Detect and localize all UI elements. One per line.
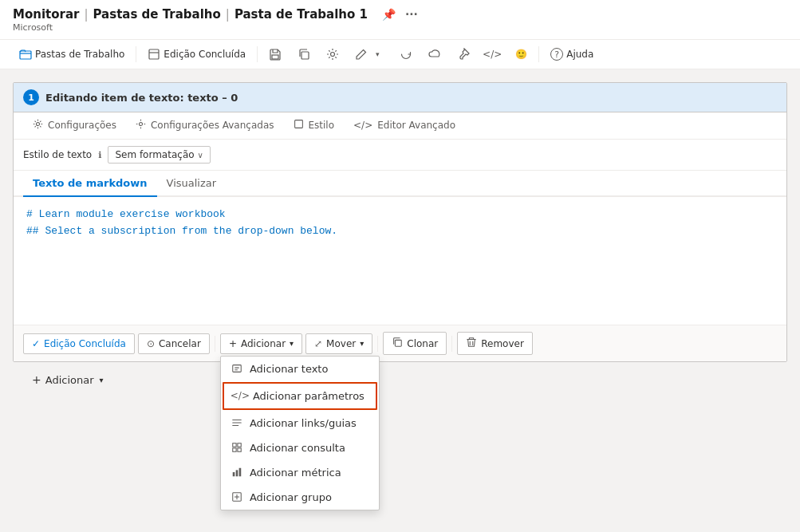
pin-icon[interactable]: 📌 — [379, 6, 399, 22]
svg-rect-12 — [238, 448, 241, 451]
cancel-icon: ⊙ — [147, 338, 155, 349]
dropdown-add-links-label: Adicionar links/guias — [250, 417, 357, 429]
move-label: Mover — [326, 338, 356, 349]
dropdown-add-metric[interactable]: Adicionar métrica — [221, 460, 379, 485]
title-bar: Monitorar | Pastas de Trabalho | Pasta d… — [0, 0, 800, 40]
toolbar-sep-3 — [538, 46, 539, 62]
tab-editor-label: Editor Avançado — [377, 120, 455, 131]
svg-rect-17 — [396, 340, 402, 346]
title-part-pastas: Pastas de Trabalho — [93, 7, 221, 22]
svg-rect-8 — [233, 365, 242, 372]
add-params-icon: </> — [234, 390, 246, 401]
window-title: Monitorar | Pastas de Trabalho | Pasta d… — [13, 6, 787, 22]
svg-rect-13 — [233, 472, 235, 476]
action-bar: ✓ Edição Concluída ⊙ Cancelar + Adiciona… — [14, 325, 786, 361]
svg-rect-3 — [301, 52, 309, 59]
main-add-button[interactable]: + Adicionar ▾ — [26, 370, 110, 389]
tab-markdown[interactable]: Texto de markdown — [23, 171, 157, 197]
svg-rect-15 — [239, 468, 242, 477]
add-button[interactable]: + Adicionar ▾ — [220, 333, 302, 354]
plus-icon: + — [229, 338, 237, 349]
remove-label: Remover — [481, 338, 524, 349]
clone-icon — [392, 337, 403, 350]
pastas-icon — [19, 48, 32, 61]
toolbar-help[interactable]: ? Ajuda — [544, 45, 600, 64]
style-select[interactable]: Sem formatação ∨ — [108, 146, 211, 164]
advanced-config-icon — [136, 119, 146, 132]
svg-rect-14 — [236, 470, 238, 476]
tab-visualizar-label: Visualizar — [167, 177, 217, 189]
action-sep-2 — [377, 336, 378, 352]
title-part-monitor: Monitorar — [13, 7, 79, 22]
cancel-label: Cancelar — [159, 338, 201, 349]
config-icon — [33, 119, 43, 132]
emoji-icon: 🙂 — [514, 48, 527, 61]
toolbar-emoji[interactable]: 🙂 — [508, 45, 534, 64]
tab-style-label: Estilo — [309, 120, 335, 131]
chevron-down-icon-edit: ▾ — [371, 48, 384, 61]
code-editor[interactable]: # Learn module exercise workbook ## Sele… — [14, 197, 786, 325]
toolbar-settings[interactable] — [320, 45, 345, 64]
remove-button[interactable]: Remover — [457, 332, 533, 355]
add-links-icon — [231, 417, 243, 428]
tab-advanced-config[interactable]: Configurações Avançadas — [126, 112, 284, 140]
edicao-icon — [148, 48, 160, 61]
svg-point-4 — [331, 53, 335, 57]
check-icon: ✓ — [32, 338, 40, 349]
add-group-icon — [231, 491, 243, 502]
toolbar-edicao[interactable]: Edição Concluída — [141, 45, 252, 64]
title-actions: 📌 ··· — [379, 6, 421, 22]
svg-point-5 — [36, 122, 39, 125]
dropdown-add-query-label: Adicionar consulta — [250, 442, 345, 454]
cancel-button[interactable]: ⊙ Cancelar — [138, 333, 210, 354]
add-dropdown-container: + Adicionar ▾ Adicionar texto — [220, 333, 302, 354]
toolbar-cloud[interactable] — [422, 45, 447, 64]
add-section: + Adicionar ▾ — [13, 362, 787, 397]
dropdown-add-metric-label: Adicionar métrica — [250, 467, 341, 479]
toolbar-pastas[interactable]: Pastas de Trabalho — [13, 45, 131, 64]
move-button[interactable]: ⤢ Mover ▾ — [305, 333, 372, 354]
move-icon: ⤢ — [314, 338, 322, 349]
edit-config-tabs: Configurações Configurações Avançadas Es… — [14, 112, 786, 140]
tab-editor[interactable]: </> Editor Avançado — [344, 113, 465, 139]
add-dropdown-menu: Adicionar texto </> Adicionar parâmetros… — [220, 356, 380, 510]
cloud-icon — [428, 48, 441, 61]
dropdown-add-text[interactable]: Adicionar texto — [221, 357, 379, 381]
action-bar-wrapper: ✓ Edição Concluída ⊙ Cancelar + Adiciona… — [14, 325, 786, 361]
toolbar-refresh[interactable] — [393, 45, 419, 64]
toolbar-copy[interactable] — [291, 45, 317, 64]
dropdown-add-group[interactable]: Adicionar grupo — [221, 485, 379, 510]
save-icon — [269, 48, 282, 61]
dropdown-add-params[interactable]: </> Adicionar parâmetros — [223, 382, 377, 410]
code-line-1: # Learn module exercise workbook — [26, 207, 774, 223]
dropdown-add-text-label: Adicionar texto — [250, 363, 329, 375]
toolbar-edit[interactable]: ▾ — [349, 45, 390, 64]
tab-style[interactable]: Estilo — [284, 112, 345, 140]
help-icon: ? — [550, 48, 563, 61]
svg-rect-7 — [294, 120, 302, 128]
edit-done-button[interactable]: ✓ Edição Concluída — [23, 333, 135, 354]
style-chevron-icon: ∨ — [198, 151, 203, 160]
add-query-icon — [231, 442, 243, 453]
add-text-icon — [231, 363, 243, 374]
tab-visualizar[interactable]: Visualizar — [157, 171, 227, 197]
svg-rect-10 — [238, 443, 241, 447]
title-part-pasta1: Pasta de Trabalho 1 — [234, 7, 368, 22]
clone-label: Clonar — [407, 338, 438, 349]
toolbar-code[interactable]: </> — [479, 45, 505, 64]
dropdown-add-query[interactable]: Adicionar consulta — [221, 435, 379, 460]
edit-panel-header: 1 Editando item de texto: texto – 0 — [14, 83, 786, 112]
more-icon[interactable]: ··· — [402, 6, 421, 22]
move-chevron-icon: ▾ — [360, 339, 364, 348]
toolbar-pin[interactable] — [451, 45, 476, 64]
toolbar-pastas-label: Pastas de Trabalho — [35, 49, 124, 60]
main-toolbar: Pastas de Trabalho Edição Concluída ▾ — [0, 40, 800, 69]
dropdown-add-links[interactable]: Adicionar links/guias — [221, 411, 379, 435]
toolbar-save[interactable] — [262, 45, 288, 64]
content-tabs: Texto de markdown Visualizar — [14, 171, 786, 197]
clone-button[interactable]: Clonar — [383, 332, 447, 355]
style-icon — [294, 119, 304, 132]
style-text-label: Estilo de texto — [23, 149, 92, 160]
info-icon[interactable]: ℹ — [98, 150, 101, 160]
tab-configuracoes[interactable]: Configurações — [23, 112, 126, 140]
